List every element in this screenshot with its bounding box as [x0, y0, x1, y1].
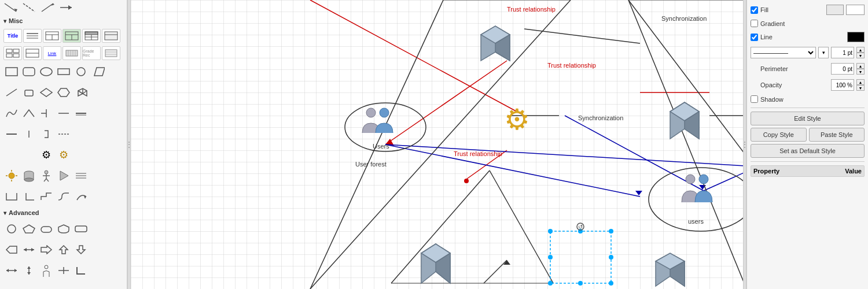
shape-cube[interactable] — [73, 84, 89, 101]
shape-bracket-bottom[interactable] — [3, 188, 20, 205]
server-icon-bottom[interactable] — [414, 237, 458, 287]
perimeter-up[interactable]: ▲ — [856, 63, 865, 69]
shape-vert-line[interactable] — [21, 126, 37, 142]
users-icon-left[interactable] — [356, 107, 403, 140]
style-title[interactable]: Title — [3, 29, 22, 43]
canvas-area[interactable]: ↺ Trust relationship Trust relationship … — [131, 0, 743, 289]
line-style-select[interactable]: —————— - - - - - - · · · · · · — [751, 47, 816, 58]
shape-ellipse[interactable] — [38, 64, 54, 80]
adv-v-arrows[interactable] — [21, 262, 37, 279]
shape-long-line[interactable] — [56, 105, 72, 121]
shadow-row: Shadow — [751, 94, 865, 104]
style2-2[interactable] — [23, 46, 42, 60]
style2-5[interactable]: Grade Rec — [82, 46, 101, 60]
adv-shape1[interactable] — [3, 242, 20, 258]
advanced-section-header[interactable]: Advanced — [0, 207, 127, 218]
shape-circle[interactable] — [73, 64, 89, 80]
style2-1[interactable] — [3, 46, 22, 60]
line-pt-spinner[interactable]: ▲ ▼ — [856, 47, 865, 58]
adv-h-arrows[interactable] — [3, 262, 20, 279]
users-icon-right[interactable] — [676, 173, 722, 212]
adv-circle[interactable] — [3, 221, 20, 237]
shape-l-shape[interactable] — [21, 188, 37, 205]
shape-play-icon[interactable] — [56, 168, 72, 184]
shape-lines-icon[interactable] — [73, 168, 89, 184]
adv-double-arrow-right[interactable] — [38, 242, 54, 258]
shape-hexagon[interactable] — [56, 84, 72, 101]
line-checkbox[interactable] — [751, 34, 758, 41]
shape-line-diag[interactable] — [3, 84, 20, 101]
shape-dash-h[interactable] — [56, 126, 72, 142]
opacity-up[interactable]: ▲ — [856, 79, 865, 85]
line-color-box[interactable] — [847, 32, 865, 42]
style-list[interactable] — [23, 29, 42, 43]
fill-checkbox[interactable] — [751, 6, 758, 14]
style-table1[interactable] — [43, 29, 61, 43]
adv-plus[interactable] — [56, 262, 72, 279]
adv-shield[interactable] — [56, 221, 72, 237]
line-pt-input[interactable]: 1 pt — [831, 47, 854, 58]
adv-double-arrow-h[interactable] — [21, 242, 37, 258]
paste-style-button[interactable]: Paste Style — [809, 128, 865, 142]
style-table2[interactable] — [62, 29, 81, 43]
style-table4[interactable] — [102, 29, 120, 43]
shape-long-dash[interactable] — [3, 126, 20, 142]
perimeter-input[interactable]: 0 pt — [831, 63, 854, 75]
fill-style-box[interactable] — [846, 5, 865, 15]
style2-6[interactable] — [102, 46, 120, 60]
arrow-diagonal2[interactable] — [22, 2, 37, 13]
line-pt-up[interactable]: ▲ — [856, 47, 865, 53]
shape-t-shape[interactable] — [38, 105, 54, 121]
shape-bracket-right[interactable] — [38, 126, 54, 142]
line-style-dropdown[interactable]: ▾ — [818, 47, 829, 58]
arrow-diagonal3[interactable] — [41, 2, 56, 13]
gradient-checkbox[interactable] — [751, 20, 758, 27]
shape-line2[interactable] — [73, 105, 89, 121]
copy-style-button[interactable]: Copy Style — [751, 128, 807, 142]
shape-wide-rect[interactable] — [56, 64, 72, 80]
edit-style-button[interactable]: Edit Style — [751, 112, 865, 125]
adv-wide-rounded[interactable] — [73, 221, 89, 237]
adv-corner[interactable] — [73, 262, 89, 279]
arrow-diagonal1[interactable] — [3, 2, 19, 13]
line-row: Line — [751, 31, 865, 43]
perimeter-spinner[interactable]: ▲ ▼ — [856, 63, 865, 75]
perimeter-down[interactable]: ▼ — [856, 69, 865, 75]
fill-color-box[interactable] — [826, 5, 844, 15]
adv-pentagon[interactable] — [21, 221, 37, 237]
misc-section-header[interactable]: Misc — [0, 15, 127, 27]
style-table3[interactable] — [82, 29, 101, 43]
shape-parallelogram[interactable] — [90, 64, 106, 80]
shape-cylinder-icon[interactable] — [21, 168, 37, 184]
shape-curved-arrow[interactable] — [73, 188, 89, 205]
opacity-down[interactable]: ▼ — [856, 85, 865, 91]
shape-angle[interactable] — [21, 105, 37, 121]
opacity-input[interactable]: 100 % — [831, 79, 854, 91]
opacity-spinner[interactable]: ▲ ▼ — [856, 79, 865, 91]
shape-diamond[interactable] — [38, 84, 54, 101]
shape-rect-small[interactable] — [21, 84, 37, 101]
server-icon-top[interactable] — [475, 20, 516, 73]
adv-rounded[interactable] — [38, 221, 54, 237]
shape-actor-icon[interactable] — [38, 168, 54, 184]
server-icon-right[interactable] — [663, 95, 707, 146]
arrow-right[interactable] — [59, 2, 74, 13]
adv-up-arrow[interactable] — [56, 242, 72, 258]
shadow-checkbox[interactable] — [751, 95, 758, 103]
shape-rounded-rect[interactable] — [21, 64, 37, 80]
style2-4[interactable] — [62, 46, 81, 60]
shape-rectangle[interactable] — [3, 64, 20, 80]
shape-gear2[interactable]: ⚙ — [56, 147, 72, 163]
server-icon-bottom-right[interactable] — [649, 249, 692, 289]
shape-sun-icon[interactable] — [3, 168, 20, 184]
set-default-style-button[interactable]: Set as Default Style — [751, 144, 865, 158]
style2-link[interactable]: Link — [43, 46, 61, 60]
adv-down-arrow[interactable] — [73, 242, 89, 258]
shape-step[interactable] — [38, 188, 54, 205]
shape-s-curve[interactable] — [3, 105, 20, 121]
adv-person[interactable] — [38, 262, 54, 279]
shape-s-line[interactable] — [56, 188, 72, 205]
gear-icon-center[interactable]: ⚙ — [504, 103, 530, 136]
shape-gear1[interactable]: ⚙ — [38, 147, 54, 163]
line-pt-down[interactable]: ▼ — [856, 53, 865, 58]
